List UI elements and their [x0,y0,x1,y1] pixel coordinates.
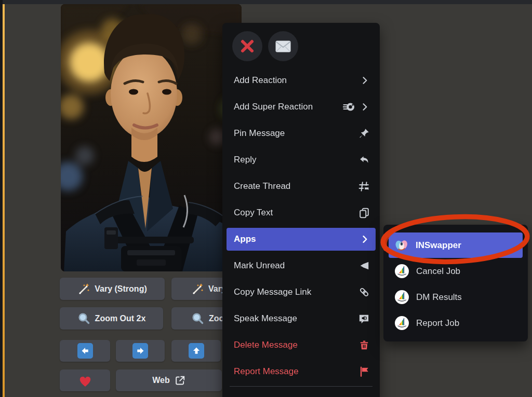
envelope-reaction-button[interactable] [268,31,298,61]
speak-icon [358,313,370,325]
discord-screenshot: Vary (Strong) Vary Zoom Out 2x Zoom [0,0,532,397]
menu-item-pin-message[interactable]: Pin Message [227,122,376,145]
menu-item-speak-message[interactable]: Speak Message [227,307,376,330]
menu-item-copy-text[interactable]: Copy Text [227,201,376,224]
pan-right-button[interactable] [116,340,165,362]
menu-item-label: Mark Unread [234,261,285,271]
menu-item-apps[interactable]: Apps [227,228,376,251]
vary-strong-button[interactable]: Vary (Strong) [60,278,165,300]
menu-item-label: Delete Message [234,340,298,350]
magnifier-icon [77,312,90,325]
button-label: Vary (Strong) [95,284,147,294]
submenu-item-cancel-job[interactable]: Cancel Job [389,258,523,284]
left-accent-line [3,4,5,397]
trash-icon [358,339,370,351]
menu-item-label: Reply [234,155,256,165]
external-link-icon [175,375,185,386]
menu-item-label: Copy Message Link [234,287,311,297]
message-image[interactable] [61,4,242,271]
submenu-item-report-job[interactable]: Report Job [389,310,523,336]
menu-item-mark-unread[interactable]: Mark Unread [227,254,376,277]
magnifier-icon [191,312,204,325]
portrait-photo [61,4,242,271]
zoom-out-2x-button[interactable]: Zoom Out 2x [60,307,163,330]
favorite-button[interactable] [60,369,110,391]
menu-item-label: Add Reaction [234,75,287,86]
apps-submenu: INSwapper Cancel Job [383,225,528,341]
menu-item-label: Apps [234,234,256,244]
menu-item-delete-message[interactable]: Delete Message [227,334,376,357]
chevron-right-icon [360,75,370,86]
magic-wand-icon [77,283,90,295]
mark-unread-icon [358,260,370,271]
submenu-item-label: INSwapper [416,240,461,251]
arrow-left-icon [77,343,93,359]
button-label: Web [152,376,169,385]
x-red-icon [239,38,256,54]
chevron-right-icon [360,102,370,112]
link-icon [358,286,370,298]
menu-item-label: Create Thread [234,181,290,191]
menu-item-label: Pin Message [234,128,285,139]
menu-item-label: Report Message [234,366,299,377]
reply-icon [358,154,370,166]
quick-reactions [232,31,298,61]
menu-item-label: Copy Text [234,208,273,218]
x-reaction-button[interactable] [232,31,262,61]
menu-divider [230,386,373,387]
chevron-right-icon [360,234,370,244]
context-menu-items: Add Reaction Add Super Reaction [227,69,376,383]
inswapper-app-icon [395,239,408,252]
menu-item-add-reaction[interactable]: Add Reaction [227,69,376,92]
menu-item-reply[interactable]: Reply [227,148,376,171]
submenu-item-label: DM Results [416,292,462,303]
apps-submenu-items: INSwapper Cancel Job [389,232,523,336]
web-button[interactable]: Web [116,369,222,391]
menu-item-add-super-reaction[interactable]: Add Super Reaction [227,95,376,118]
menu-item-create-thread[interactable]: Create Thread [227,175,376,198]
button-label: Zoom Out 2x [95,314,146,323]
pan-left-button[interactable] [60,340,110,362]
envelope-icon [275,40,291,53]
magic-wand-icon [191,283,204,295]
arrow-right-icon [132,343,148,359]
flag-icon [358,366,370,377]
menu-item-report-message[interactable]: Report Message [227,360,376,383]
submenu-item-label: Cancel Job [416,266,460,277]
pin-icon [358,128,370,139]
arrow-up-icon [189,343,204,359]
midjourney-app-icon [395,316,409,330]
pan-up-button[interactable] [171,340,221,362]
midjourney-app-icon [395,264,409,278]
submenu-item-label: Report Job [416,318,459,328]
super-reaction-icon [343,101,355,113]
message-context-menu: Add Reaction Add Super Reaction [222,23,380,397]
menu-item-label: Speak Message [234,313,297,324]
midjourney-app-icon [395,290,409,304]
menu-item-copy-message-link[interactable]: Copy Message Link [227,281,376,304]
thread-icon [358,181,370,193]
heart-icon [77,374,93,388]
submenu-item-dm-results[interactable]: DM Results [389,284,523,310]
copy-icon [358,207,370,218]
top-strip [0,0,532,4]
menu-item-label: Add Super Reaction [234,102,313,112]
submenu-item-inswapper[interactable]: INSwapper [389,232,523,258]
